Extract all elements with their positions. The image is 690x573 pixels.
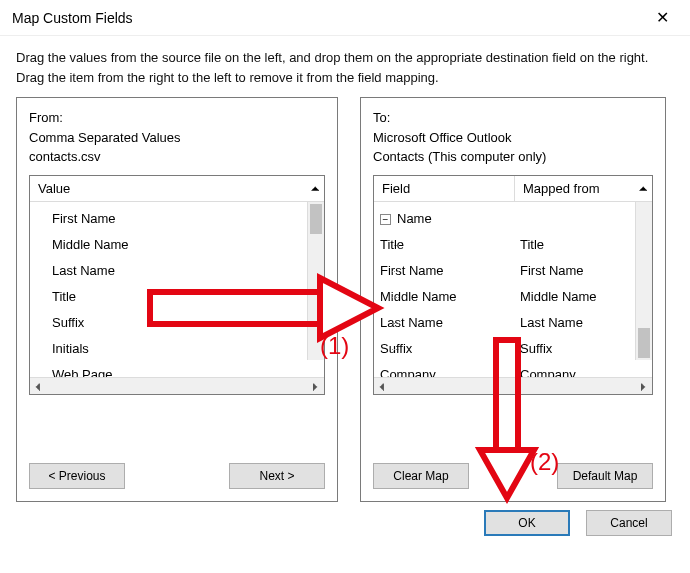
mapping-row[interactable]: Suffix Suffix: [374, 336, 652, 362]
to-list-header[interactable]: Field Mapped from ⏶: [374, 176, 652, 202]
mapping-row[interactable]: Title Title: [374, 232, 652, 258]
source-item[interactable]: Web Page: [30, 362, 324, 377]
mapped-cell: Company: [514, 367, 652, 377]
scroll-down-icon[interactable]: [638, 328, 650, 358]
to-pane: To: Microsoft Office Outlook Contacts (T…: [360, 97, 666, 502]
mapping-row[interactable]: Last Name Last Name: [374, 310, 652, 336]
mapped-cell: Title: [514, 237, 652, 252]
header-scroll-up-icon[interactable]: ⏶: [635, 182, 652, 194]
from-button-row: < Previous Next >: [29, 423, 325, 489]
mapping-row[interactable]: Company Company: [374, 362, 652, 377]
scroll-left-icon[interactable]: ⏴: [30, 380, 47, 392]
to-button-row: Clear Map Default Map: [373, 423, 653, 489]
mapped-cell: First Name: [514, 263, 652, 278]
field-cell: Title: [374, 237, 514, 252]
from-header: From: Comma Separated Values contacts.cs…: [29, 108, 325, 167]
scroll-left-icon[interactable]: ⏴: [374, 380, 391, 392]
from-listbox[interactable]: Value ⏶ First Name Middle Name Last Name…: [29, 175, 325, 395]
tree-root[interactable]: −Name: [374, 206, 652, 232]
field-cell: Suffix: [374, 341, 514, 356]
scroll-right-icon[interactable]: ⏵: [635, 380, 652, 392]
field-cell: First Name: [374, 263, 514, 278]
field-cell: Company: [374, 367, 514, 377]
tree-collapse-icon[interactable]: −: [380, 214, 391, 225]
mapping-row[interactable]: Middle Name Middle Name: [374, 284, 652, 310]
source-item[interactable]: Suffix: [30, 310, 324, 336]
close-icon[interactable]: ✕: [640, 3, 684, 33]
previous-button[interactable]: < Previous: [29, 463, 125, 489]
from-h-scrollbar[interactable]: ⏴ ⏵: [30, 377, 324, 394]
from-v-scrollbar[interactable]: [307, 202, 324, 360]
source-item[interactable]: Middle Name: [30, 232, 324, 258]
from-list-body: First Name Middle Name Last Name Title S…: [30, 202, 324, 377]
to-label: To:: [373, 108, 653, 128]
columns: From: Comma Separated Values contacts.cs…: [0, 87, 690, 502]
scroll-right-icon[interactable]: ⏵: [307, 380, 324, 392]
mapped-cell: Middle Name: [514, 289, 652, 304]
mapped-cell: Suffix: [514, 341, 652, 356]
from-list-header[interactable]: Value ⏶: [30, 176, 324, 202]
to-list-body: −Name Title Title First Name First Name …: [374, 202, 652, 377]
header-scroll-up-icon[interactable]: ⏶: [307, 182, 324, 194]
to-app: Microsoft Office Outlook: [373, 128, 653, 148]
mapped-cell: Last Name: [514, 315, 652, 330]
to-listbox[interactable]: Field Mapped from ⏶ −Name Title Title: [373, 175, 653, 395]
default-map-button[interactable]: Default Map: [557, 463, 653, 489]
source-item[interactable]: Initials: [30, 336, 324, 362]
ok-button[interactable]: OK: [484, 510, 570, 536]
source-item[interactable]: Title: [30, 284, 324, 310]
field-cell: Last Name: [374, 315, 514, 330]
mapping-row[interactable]: First Name First Name: [374, 258, 652, 284]
from-col-value[interactable]: Value: [30, 181, 307, 196]
source-item[interactable]: Last Name: [30, 258, 324, 284]
to-header: To: Microsoft Office Outlook Contacts (T…: [373, 108, 653, 167]
from-label: From:: [29, 108, 325, 128]
scrollbar-thumb[interactable]: [310, 204, 322, 234]
dialog-footer: OK Cancel: [0, 502, 690, 536]
from-pane: From: Comma Separated Values contacts.cs…: [16, 97, 338, 502]
clear-map-button[interactable]: Clear Map: [373, 463, 469, 489]
next-button[interactable]: Next >: [229, 463, 325, 489]
instructions-text: Drag the values from the source file on …: [0, 36, 690, 87]
window-title: Map Custom Fields: [12, 10, 133, 26]
to-folder: Contacts (This computer only): [373, 147, 653, 167]
to-col-mapped[interactable]: Mapped from: [515, 181, 635, 196]
cancel-button[interactable]: Cancel: [586, 510, 672, 536]
source-item[interactable]: First Name: [30, 206, 324, 232]
from-format: Comma Separated Values: [29, 128, 325, 148]
from-file: contacts.csv: [29, 147, 325, 167]
field-cell: Middle Name: [374, 289, 514, 304]
map-custom-fields-dialog: Map Custom Fields ✕ Drag the values from…: [0, 0, 690, 573]
titlebar: Map Custom Fields ✕: [0, 0, 690, 36]
to-col-field[interactable]: Field: [374, 181, 514, 196]
to-h-scrollbar[interactable]: ⏴ ⏵: [374, 377, 652, 394]
to-v-scrollbar[interactable]: [635, 202, 652, 360]
